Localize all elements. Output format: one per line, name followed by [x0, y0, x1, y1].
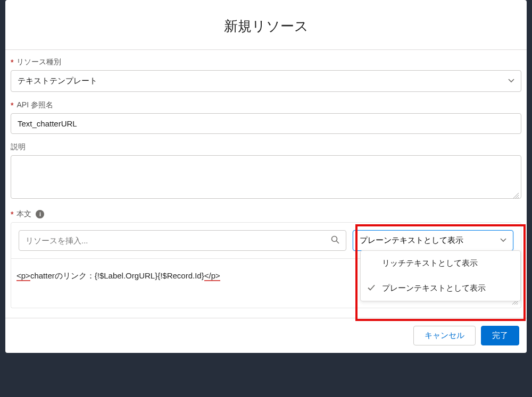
search-icon: [330, 235, 340, 247]
body-label: * 本文 i: [11, 209, 521, 219]
modal-title: 新規リソース: [5, 0, 527, 50]
api-name-field: * API 参照名: [11, 100, 521, 134]
body-field: * 本文 i プレーンテキストとして表示: [11, 209, 521, 308]
body-text: chatterのリンク：{!$Label.OrgURL}{!$Record.Id…: [30, 271, 204, 280]
dropdown-option-plaintext[interactable]: プレーンテキストとして表示: [361, 276, 520, 301]
required-asterisk: *: [11, 101, 13, 109]
display-mode-value: プレーンテキストとして表示: [360, 235, 463, 246]
resource-type-select[interactable]: テキストテンプレート: [11, 70, 521, 92]
svg-line-1: [337, 241, 339, 243]
display-mode-select[interactable]: プレーンテキストとして表示: [353, 230, 513, 251]
body-tag-open: <p>: [16, 271, 30, 281]
info-icon[interactable]: i: [36, 210, 44, 218]
insert-resource-input[interactable]: [19, 230, 346, 251]
check-icon: [367, 283, 376, 293]
resource-type-field: * リソース種別 テキストテンプレート: [11, 57, 521, 92]
cancel-button[interactable]: キャンセル: [413, 326, 476, 345]
required-asterisk: *: [11, 210, 13, 218]
body-tag-close: </p>: [204, 271, 220, 281]
resource-type-value: テキストテンプレート: [18, 76, 97, 86]
body-toolbar: プレーンテキストとして表示 リッチテキストとして表示: [11, 222, 521, 259]
description-label: 説明: [11, 142, 521, 152]
required-asterisk: *: [11, 58, 13, 66]
api-name-input[interactable]: [11, 113, 521, 134]
svg-point-0: [332, 236, 337, 241]
chevron-down-icon: [508, 77, 514, 86]
chevron-down-icon: [500, 236, 506, 245]
new-resource-modal: 新規リソース * リソース種別 テキストテンプレート * API 参照名 説明: [5, 0, 527, 353]
resource-type-label: * リソース種別: [11, 57, 521, 67]
description-textarea[interactable]: [11, 155, 521, 199]
dropdown-option-richtext[interactable]: リッチテキストとして表示: [361, 251, 520, 276]
modal-footer: キャンセル 完了: [5, 318, 527, 353]
done-button[interactable]: 完了: [481, 326, 519, 345]
description-field: 説明: [11, 142, 521, 201]
modal-body: * リソース種別 テキストテンプレート * API 参照名 説明: [5, 50, 527, 308]
display-mode-dropdown: リッチテキストとして表示 プレーンテキストとして表示: [360, 250, 521, 301]
api-name-label: * API 参照名: [11, 100, 521, 110]
body-editor: プレーンテキストとして表示 リッチテキストとして表示: [11, 222, 521, 308]
